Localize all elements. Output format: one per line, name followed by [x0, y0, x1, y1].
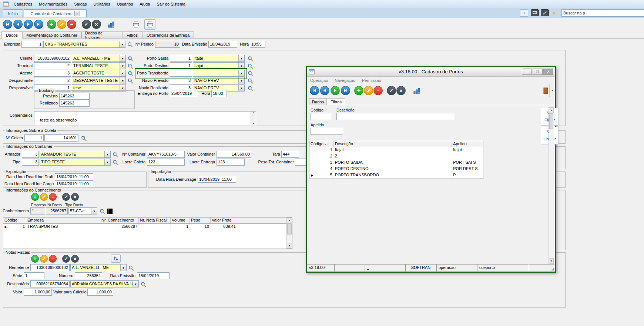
n-coleta-code-field[interactable]: 141601	[44, 134, 78, 142]
col-header-apelido[interactable]: Apelido	[452, 141, 483, 147]
tab-close-icon[interactable]: ×	[74, 11, 80, 16]
dialog-close-button[interactable]: ✕	[543, 69, 553, 75]
col-header-empresa[interactable]: Empresa	[26, 217, 100, 223]
col-header-codigo[interactable]: Código	[3, 217, 26, 223]
tools-icon[interactable]	[541, 9, 549, 16]
barcode-button[interactable]	[107, 207, 114, 215]
menu-ajuda[interactable]: Ajuda	[136, 1, 153, 7]
menu-movimentacoes[interactable]: Movimentações	[36, 1, 71, 7]
scroll-thumb[interactable]	[549, 113, 553, 129]
remetente-code-field[interactable]: 10301399000102	[30, 264, 70, 271]
nav-next-button[interactable]	[24, 20, 33, 29]
chevron-down-icon[interactable]	[119, 41, 125, 47]
porto-transbordo-combo[interactable]	[193, 70, 245, 77]
empresa-combo[interactable]: CXS - TRANSPORTES	[43, 41, 125, 48]
navio-previsto-search-button[interactable]	[246, 77, 254, 84]
despachante-code-field[interactable]: 2	[34, 77, 71, 84]
conhecimento-grid-scrollbar[interactable]	[286, 217, 292, 249]
table-row[interactable]: 3 PORTO SAIDA PORT SAI S	[309, 160, 483, 166]
nf-data-emissao-field[interactable]: 18/04/2019	[137, 272, 170, 279]
tara-field[interactable]: 444	[281, 151, 299, 158]
deadline-draft-field[interactable]: 18/04/2019 11:00	[55, 173, 93, 180]
terminal-code-field[interactable]: 2	[34, 62, 71, 69]
conhecimento-cancel-button[interactable]	[71, 193, 79, 201]
hora-field[interactable]: 10:55	[250, 41, 265, 48]
dialog-title-bar[interactable]: v3.18.00 - Cadastro de Portos — ❐ ✕	[307, 67, 555, 77]
col-header-peso[interactable]: Peso	[190, 217, 211, 223]
toolbar-overflow-chevron[interactable]	[549, 84, 555, 97]
terminal-combo[interactable]: TERMINAL TESTE	[72, 62, 126, 69]
cliente-code-field[interactable]: 10301399000102	[34, 55, 71, 62]
demurrage-field[interactable]: 18/04/2019 11:00	[198, 176, 236, 183]
chevron-down-icon[interactable]	[133, 281, 138, 287]
tab-inicio[interactable]: Início	[3, 9, 23, 17]
lacre-coleta-field[interactable]: 123	[147, 159, 185, 166]
conhecimento-add-button[interactable]	[31, 193, 39, 201]
tab-dados-inclusao[interactable]: Dados de Inclusão	[81, 31, 122, 39]
nav-first-button[interactable]	[3, 20, 12, 29]
dialog-edit-button[interactable]	[364, 86, 373, 95]
col-header-valor-frete[interactable]: Valor Frete	[211, 217, 237, 223]
scroll-down-icon[interactable]	[549, 258, 554, 264]
scroll-up-icon[interactable]: ▲	[252, 112, 255, 114]
porto-saida-search-button[interactable]	[246, 55, 254, 62]
notas-cancel-button[interactable]	[71, 255, 79, 263]
col-header-nr-conhecimento[interactable]: Nr. Conhecimento	[100, 217, 139, 223]
porto-destino-search-button[interactable]	[246, 62, 254, 70]
menu-sair[interactable]: Sair do Sistema	[153, 1, 189, 7]
tab-movimentacao-container[interactable]: Movimentação do Container	[22, 31, 81, 39]
valor-para-calculo-field[interactable]: 1.000,00	[87, 289, 113, 296]
tab-dados[interactable]: Dados	[1, 31, 22, 39]
chevron-down-icon[interactable]	[238, 85, 244, 91]
chart-button[interactable]	[105, 19, 117, 30]
favorite-star-icon[interactable]: ★	[551, 9, 557, 17]
delete-record-button[interactable]	[67, 20, 76, 29]
menu-usuarios[interactable]: Usuários	[114, 1, 136, 7]
dialog-nav-last-button[interactable]	[341, 86, 350, 95]
chevron-down-icon[interactable]	[238, 70, 244, 76]
notas-delete-button[interactable]	[49, 255, 57, 263]
table-row[interactable]: 1 Itajai Itajai	[309, 147, 483, 153]
dialog-chart-button[interactable]	[411, 86, 422, 96]
notas-confirm-button[interactable]	[62, 255, 70, 263]
remetente-combo[interactable]: A.L. VANZELLI - ME	[70, 264, 127, 271]
valor-container-field[interactable]: 14.569,00	[217, 151, 251, 158]
booking-realizado-field[interactable]: 145263	[59, 100, 90, 107]
conhecimento-edit-button[interactable]	[40, 193, 48, 201]
dialog-add-button[interactable]	[354, 86, 363, 95]
chevron-down-icon[interactable]	[104, 151, 110, 157]
chevron-down-icon[interactable]	[120, 70, 125, 76]
col-header-volume[interactable]: Volume	[171, 217, 190, 223]
dialog-nav-prev-button[interactable]	[320, 86, 329, 95]
print-preview-button[interactable]	[144, 19, 155, 30]
table-row[interactable]: 2 Z	[309, 153, 483, 160]
cancel-button[interactable]	[92, 20, 101, 29]
destinatario-combo[interactable]: ADRIANA GONÇALVES DA SILVA LOPES	[70, 280, 139, 287]
tipo-code-field[interactable]: 3	[22, 159, 39, 166]
porto-transbordo-code-field[interactable]	[170, 70, 192, 77]
notas-transfer-button[interactable]	[111, 255, 121, 263]
conhecimento-search-button[interactable]	[98, 207, 106, 215]
chevron-down-icon[interactable]	[120, 63, 125, 69]
dialog-scrollbar[interactable]	[549, 107, 554, 264]
tab-ocorrencias-entrega[interactable]: Ocorrências de Entrega	[142, 31, 194, 39]
scroll-up-icon[interactable]	[287, 217, 292, 223]
tab-filtros[interactable]: Filtros	[122, 31, 142, 39]
chevron-down-icon[interactable]	[120, 77, 125, 84]
chevron-down-icon[interactable]	[120, 265, 126, 271]
numero-field[interactable]: 256354	[75, 272, 102, 279]
empresa-code-field[interactable]: 1	[21, 41, 43, 48]
collapse-chevron-button[interactable]: ▾	[520, 9, 528, 17]
chevron-down-icon[interactable]	[120, 55, 125, 61]
booking-previsto-field[interactable]: 145263	[59, 93, 90, 100]
dialog-cancel-button[interactable]	[396, 86, 406, 95]
dialog-maximize-button[interactable]: ❐	[533, 69, 543, 75]
scroll-thumb[interactable]	[287, 223, 292, 234]
destinatario-code-field[interactable]: 00062108794034	[30, 280, 70, 287]
filter-descricao-input[interactable]	[336, 113, 454, 120]
menu-utilitarios[interactable]: Utilitários	[90, 1, 113, 7]
search-input[interactable]: Buscar na p	[561, 9, 644, 17]
chevron-down-icon[interactable]	[238, 55, 244, 61]
col-header-descricao[interactable]: Descrição	[334, 141, 452, 147]
entrega-hora-field[interactable]: 18:00	[211, 90, 227, 97]
